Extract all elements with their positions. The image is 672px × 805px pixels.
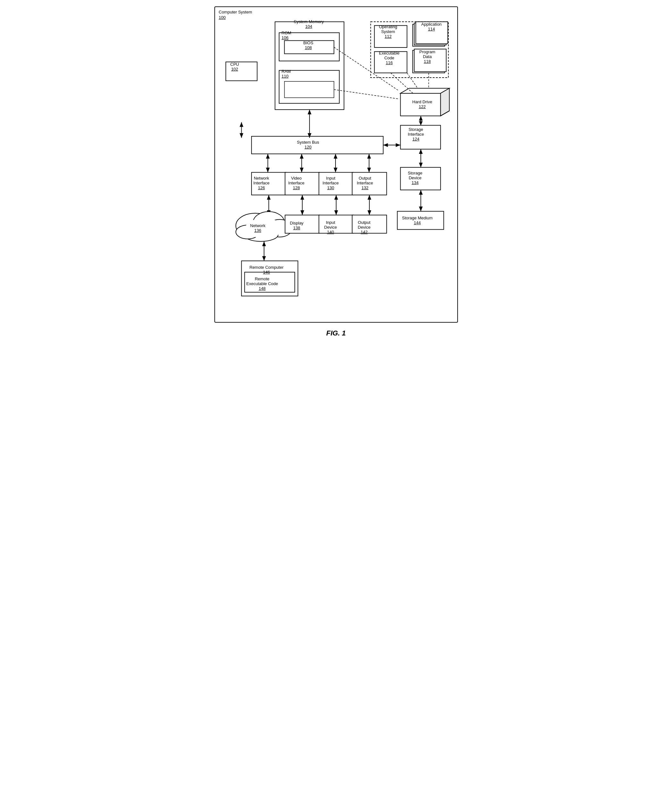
input-interface-text: Input Interface: [323, 176, 339, 186]
network-text: Network: [250, 223, 266, 228]
ram-num: 110: [282, 74, 291, 79]
display-num: 138: [290, 225, 304, 230]
ram-label: RAM 110: [282, 69, 291, 79]
storage-device-text: Storage Device: [408, 171, 423, 180]
program-data-label: Program Data 118: [420, 49, 436, 64]
svg-marker-69: [367, 210, 371, 215]
system-memory-text: System Memory: [294, 19, 324, 24]
storage-device-label: Storage Device 134: [408, 171, 423, 185]
remote-computer-label: Remote Computer 146: [250, 265, 284, 274]
svg-line-18: [391, 73, 413, 93]
svg-marker-33: [419, 121, 423, 125]
svg-marker-50: [334, 168, 338, 172]
svg-marker-60: [267, 210, 270, 215]
network-label: Network 136: [250, 223, 266, 233]
output-interface-label: Output Interface 132: [357, 176, 373, 190]
svg-marker-66: [334, 210, 338, 215]
storage-interface-num: 124: [408, 136, 424, 141]
system-bus-label: System Bus 120: [297, 140, 319, 150]
os-label: Operating System 112: [379, 25, 397, 39]
input-device-num: 140: [324, 230, 337, 235]
display-label: Display 138: [290, 221, 304, 230]
storage-medium-label: Storage Medium 144: [402, 215, 433, 225]
svg-marker-44: [266, 168, 269, 172]
executable-code-label: Executable Code 116: [379, 51, 400, 65]
svg-marker-24: [239, 133, 243, 138]
input-interface-num: 130: [323, 186, 339, 190]
network-interface-label: Network Interface 126: [254, 176, 270, 190]
page: Computer System 100: [215, 7, 458, 337]
svg-marker-47: [300, 168, 303, 172]
rom-label: ROM 106: [282, 30, 291, 40]
svg-marker-43: [266, 154, 269, 159]
storage-interface-label: Storage Interface 124: [408, 127, 424, 141]
rom-text: ROM: [282, 30, 291, 35]
hard-drive-num: 122: [412, 104, 432, 109]
executable-code-num: 116: [379, 60, 400, 65]
executable-code-text: Executable Code: [379, 51, 400, 60]
svg-marker-49: [334, 154, 338, 159]
svg-marker-27: [307, 133, 311, 138]
svg-marker-52: [367, 154, 371, 159]
application-label: Application 114: [421, 22, 442, 31]
ram-text: RAM: [282, 69, 291, 74]
svg-marker-63: [300, 210, 304, 215]
system-bus-text: System Bus: [297, 140, 319, 145]
output-interface-num: 132: [357, 186, 373, 190]
hard-drive-text: Hard Drive: [412, 99, 432, 104]
svg-line-16: [334, 89, 399, 99]
video-interface-label: Video Interface 128: [288, 176, 305, 190]
svg-marker-36: [419, 163, 423, 168]
hard-drive-label: Hard Drive 122: [412, 99, 432, 109]
diagram: System Memory 104 ROM 106 BIOS 108 RAM 1…: [220, 12, 452, 317]
svg-marker-40: [419, 207, 423, 211]
output-device-text: Output Device: [358, 220, 371, 230]
svg-marker-59: [267, 195, 270, 200]
svg-point-72: [267, 219, 292, 237]
storage-interface-text: Storage Interface: [408, 127, 424, 136]
svg-marker-35: [419, 149, 423, 154]
svg-marker-30: [395, 143, 400, 147]
svg-marker-53: [367, 168, 371, 172]
network-num: 136: [250, 228, 266, 233]
storage-device-num: 134: [408, 180, 423, 185]
remote-executable-code-label: Remote Executable Code 148: [246, 276, 278, 291]
bios-text: BIOS: [303, 40, 313, 45]
os-text: Operating System: [379, 25, 397, 34]
remote-executable-code-num: 148: [246, 286, 278, 291]
svg-marker-26: [307, 110, 311, 115]
svg-marker-80: [262, 242, 266, 246]
system-memory-label: System Memory 104: [294, 19, 324, 29]
svg-line-17: [407, 73, 418, 88]
cpu-text: CPU: [230, 62, 239, 67]
input-device-label: Input Device 140: [324, 220, 337, 235]
remote-computer-num: 146: [250, 270, 284, 274]
program-data-num: 118: [420, 59, 436, 64]
output-device-label: Output Device 142: [358, 220, 371, 235]
svg-marker-62: [300, 195, 304, 200]
remote-computer-text: Remote Computer: [250, 265, 284, 270]
network-interface-num: 126: [254, 186, 270, 190]
program-data-text: Program Data: [420, 49, 436, 59]
svg-marker-29: [383, 143, 388, 147]
svg-marker-68: [367, 195, 371, 200]
display-text: Display: [290, 221, 304, 225]
storage-medium-text: Storage Medium: [402, 215, 433, 220]
svg-marker-65: [334, 195, 338, 200]
svg-marker-81: [262, 256, 266, 261]
input-interface-label: Input Interface 130: [323, 176, 339, 190]
bios-num: 108: [303, 45, 313, 50]
input-device-text: Input Device: [324, 220, 337, 230]
svg-marker-46: [300, 154, 303, 159]
system-memory-num: 104: [294, 24, 324, 29]
outer-computer-system-box: Computer System 100: [215, 7, 458, 323]
cpu-label: CPU 102: [230, 62, 239, 72]
svg-marker-39: [419, 190, 423, 195]
rom-num: 106: [282, 35, 291, 40]
system-bus-num: 120: [297, 145, 319, 150]
storage-medium-num: 144: [402, 220, 433, 225]
network-interface-text: Network Interface: [254, 176, 270, 186]
svg-rect-4: [284, 82, 334, 98]
application-num: 114: [421, 26, 442, 31]
bios-label: BIOS 108: [303, 40, 313, 50]
